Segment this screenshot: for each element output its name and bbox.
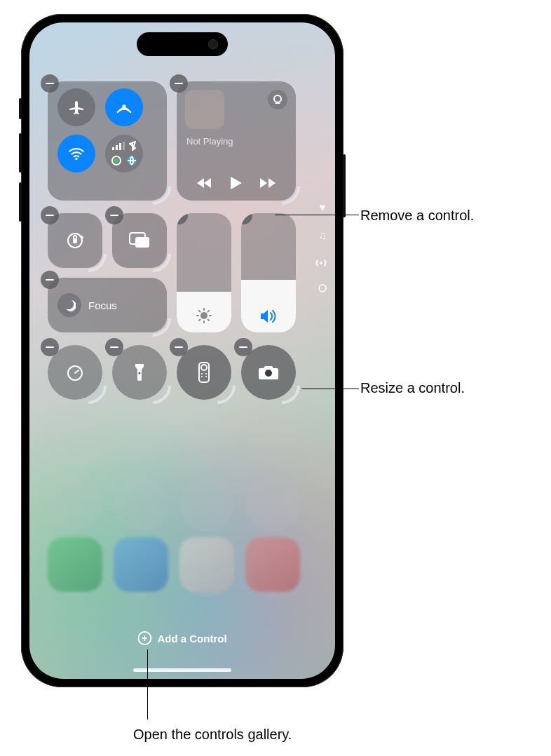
empty-slot[interactable] [48,411,102,466]
screen-mirroring-icon [128,231,151,250]
airplay-button[interactable] [268,90,287,109]
favorites-page-icon[interactable]: ♥ [315,201,329,214]
callout-leader [147,649,148,720]
now-playing-status: Not Playing [186,136,233,147]
resize-handle[interactable] [88,386,107,404]
airdrop-toggle[interactable] [105,88,143,126]
remove-icon[interactable] [170,338,188,356]
resize-handle[interactable] [282,386,300,404]
empty-slot[interactable] [245,477,300,532]
plus-icon: + [137,631,151,645]
connectivity-page-icon[interactable] [315,257,329,269]
remove-icon[interactable] [105,338,123,356]
wifi-toggle[interactable] [57,135,95,173]
brightness-icon [196,307,212,324]
play-icon[interactable] [231,177,242,189]
action-button [19,98,22,119]
remove-icon[interactable] [177,213,188,224]
empty-slot[interactable] [179,411,234,466]
resize-handle[interactable] [153,187,171,205]
remove-icon[interactable] [41,74,59,93]
remove-icon[interactable] [41,338,59,356]
svg-point-6 [114,158,118,163]
svg-point-19 [201,365,207,370]
timer-icon [65,363,85,382]
callout-leader [301,389,359,389]
timer-button[interactable] [48,345,102,400]
resize-handle[interactable] [88,254,107,272]
satellite-icon [126,155,137,166]
volume-icon [259,309,278,324]
callout-gallery: Open the controls gallery. [133,727,292,743]
callout-remove: Remove a control. [360,208,474,224]
side-button [343,154,346,217]
resize-handle[interactable] [153,254,171,272]
volume-slider[interactable] [241,213,296,332]
remove-icon[interactable] [41,271,59,289]
remove-icon[interactable] [170,74,188,93]
callout-resize: Resize a control. [360,380,465,396]
brightness-slider[interactable] [177,213,231,332]
screen-mirroring-toggle[interactable] [112,213,167,268]
svg-rect-11 [73,238,77,243]
camera-button[interactable] [241,345,296,400]
svg-point-25 [320,262,322,264]
orientation-lock-icon [64,230,86,251]
screen: Not Playing [29,22,335,679]
resize-handle[interactable] [282,318,296,332]
dock-app [245,537,300,592]
dock-app [114,537,168,592]
focus-module[interactable]: Focus [48,278,167,332]
svg-rect-13 [135,237,149,248]
cellular-icon [112,141,136,151]
bluetooth-icon [129,141,136,151]
svg-point-17 [139,372,141,374]
airplay-icon [272,94,283,105]
resize-handle[interactable] [217,386,236,404]
airdrop-icon [115,98,133,116]
empty-slot-row [48,411,300,466]
dynamic-island [137,32,228,56]
svg-rect-2 [112,147,114,150]
moon-icon [57,293,81,317]
transport-controls [177,177,296,189]
remove-icon[interactable] [41,206,59,224]
empty-slot[interactable] [179,477,234,532]
resize-handle[interactable] [153,318,171,337]
resize-handle[interactable] [282,187,300,205]
svg-rect-5 [123,142,125,150]
resize-handle[interactable] [153,386,171,404]
svg-point-1 [75,158,77,160]
volume-up-button [19,133,22,173]
orientation-lock-toggle[interactable] [48,213,102,268]
focus-label: Focus [88,299,117,311]
remove-icon[interactable] [234,338,252,356]
empty-slot[interactable] [48,477,102,532]
empty-slot[interactable] [114,411,168,466]
remove-icon[interactable] [241,213,252,224]
hotspot-icon [111,155,122,166]
next-track-icon[interactable] [260,177,276,189]
flashlight-button[interactable] [112,345,167,400]
svg-point-23 [205,376,207,377]
add-control-button[interactable]: + Add a Control [137,631,226,645]
empty-slot[interactable] [114,477,168,532]
cellular-status-group[interactable] [105,135,143,173]
previous-track-icon[interactable] [197,177,212,189]
connectivity-module[interactable] [48,81,167,201]
svg-point-22 [201,376,203,377]
add-page-icon[interactable] [318,284,327,292]
svg-point-14 [200,312,208,319]
empty-slot-row [48,477,300,532]
apple-tv-remote-button[interactable] [177,345,231,400]
home-indicator[interactable] [133,668,231,672]
empty-slot[interactable] [245,411,300,466]
svg-point-24 [265,370,272,377]
resize-handle[interactable] [217,318,231,332]
flashlight-icon [134,363,145,382]
now-playing-module[interactable]: Not Playing [177,81,296,201]
remove-icon[interactable] [105,206,123,224]
svg-rect-4 [119,143,121,150]
airplane-mode-toggle[interactable] [57,88,95,126]
music-page-icon[interactable]: ♫ [315,229,329,242]
